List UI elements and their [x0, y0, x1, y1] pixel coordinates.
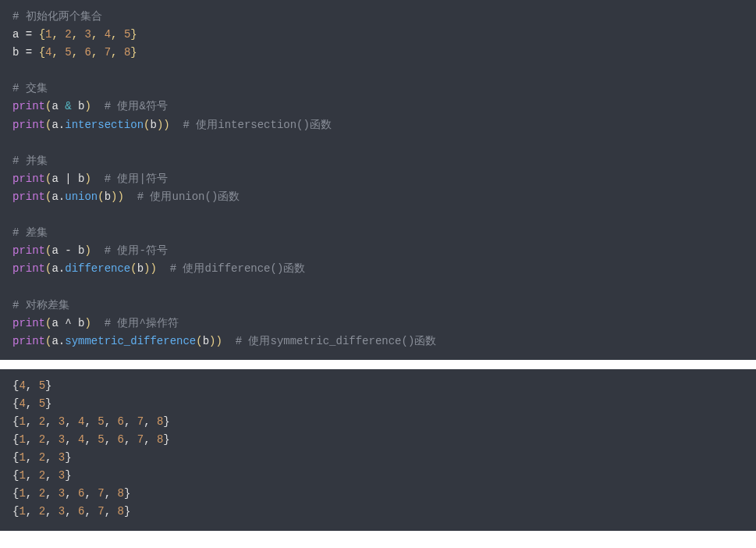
eq: =	[19, 28, 38, 41]
paren: )	[150, 262, 156, 275]
dot: .	[59, 119, 65, 131]
fn-print: print	[12, 119, 45, 131]
comment-init: # 初始化两个集合	[12, 10, 102, 23]
comment-difference: # 差集	[12, 226, 48, 239]
brace: {	[39, 28, 45, 41]
comment: # 使用|符号	[91, 173, 168, 185]
dot: .	[59, 190, 65, 203]
comment-intersection: # 交集	[12, 82, 48, 94]
fn-print: print	[12, 317, 45, 329]
comment: # 使用union()函数	[124, 190, 240, 203]
var-b: b	[203, 335, 209, 347]
sep: ,	[91, 28, 105, 41]
paren: )	[84, 173, 91, 185]
dot: .	[59, 335, 65, 347]
fn-print: print	[12, 244, 45, 257]
brace: {	[39, 46, 45, 59]
var-a: a	[51, 262, 58, 275]
paren: )	[117, 190, 123, 203]
op-minus: -	[59, 244, 78, 257]
num: 6	[84, 46, 91, 59]
var-b: b	[105, 190, 111, 203]
fn-print: print	[12, 335, 45, 347]
sep: ,	[91, 46, 105, 59]
dot: .	[59, 262, 65, 275]
num: 3	[84, 28, 91, 41]
var-a: a	[51, 100, 58, 112]
output-panel: {4, 5} {4, 5} {1, 2, 3, 4, 5, 6, 7, 8} {…	[0, 369, 756, 531]
var-a: a	[51, 244, 58, 257]
paren: (	[98, 190, 104, 203]
var-a: a	[51, 335, 58, 347]
paren: )	[163, 119, 169, 131]
fn-intersection: intersection	[65, 119, 144, 131]
op-xor: ^	[59, 317, 78, 329]
var-b: b	[150, 119, 156, 131]
code-editor: # 初始化两个集合 a = {1, 2, 3, 4, 5} b = {4, 5,…	[0, 0, 756, 360]
comment: # 使用&符号	[91, 100, 168, 112]
var-a: a	[51, 317, 58, 329]
fn-print: print	[12, 100, 45, 112]
sep: ,	[51, 46, 65, 59]
fn-print: print	[12, 173, 45, 185]
comment: # 使用difference()函数	[157, 262, 305, 275]
comment-symdiff: # 对称差集	[12, 299, 69, 311]
fn-symdiff: symmetric_difference	[65, 335, 196, 347]
comment-union: # 并集	[12, 155, 48, 167]
var-a: a	[51, 173, 58, 185]
paren: )	[84, 100, 91, 112]
op-or: |	[59, 173, 78, 185]
sep: ,	[72, 28, 85, 41]
brace: }	[130, 28, 137, 41]
sep: ,	[111, 28, 124, 41]
var-a: a	[51, 119, 58, 131]
fn-print: print	[12, 190, 45, 203]
fn-union: union	[65, 190, 98, 203]
paren: (	[130, 262, 137, 275]
eq: =	[19, 46, 38, 59]
sep: ,	[51, 28, 65, 41]
comment: # 使用symmetric_difference()函数	[222, 335, 436, 347]
comment: # 使用^操作符	[91, 317, 179, 329]
var-a: a	[51, 190, 58, 203]
num: 2	[65, 28, 71, 41]
op-and: &	[59, 100, 78, 112]
num: 5	[65, 46, 71, 59]
sep: ,	[111, 46, 124, 59]
fn-difference: difference	[65, 262, 130, 275]
num: 4	[105, 28, 111, 41]
paren: )	[84, 317, 91, 329]
comment: # 使用intersection()函数	[170, 119, 332, 131]
paren: (	[196, 335, 202, 347]
brace: }	[130, 46, 137, 59]
paren: )	[84, 244, 91, 257]
sep: ,	[72, 46, 85, 59]
comment: # 使用-符号	[91, 244, 168, 257]
num: 7	[105, 46, 111, 59]
var-b: b	[137, 262, 144, 275]
paren: )	[215, 335, 222, 347]
fn-print: print	[12, 262, 45, 275]
